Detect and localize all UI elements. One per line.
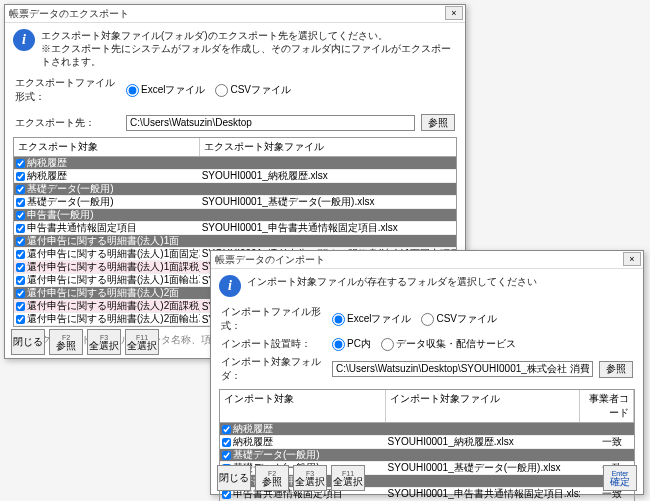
window-title: 帳票データのインポート: [215, 253, 325, 267]
row-checkbox[interactable]: [16, 250, 25, 259]
radio-excel[interactable]: Excelファイル: [126, 83, 205, 97]
dest-label: エクスポート先：: [15, 116, 120, 130]
info-text: エクスポート対象ファイル(フォルダ)のエクスポート先を選択してください。 ※エク…: [41, 29, 457, 68]
browse-button[interactable]: 参照: [599, 361, 633, 378]
format-label: インポートファイル形式：: [221, 305, 326, 333]
f2-button[interactable]: F2参照: [255, 465, 289, 491]
titlebar[interactable]: 帳票データのインポート ×: [211, 251, 643, 269]
info-text: インポート対象ファイルが存在するフォルダを選択してください: [247, 275, 537, 288]
row-checkbox[interactable]: [16, 159, 25, 168]
dest-input[interactable]: [126, 115, 415, 131]
info-icon: i: [219, 275, 241, 297]
close-button[interactable]: 閉じる: [217, 465, 251, 491]
option-label: インポート設置時：: [221, 337, 326, 351]
row-checkbox[interactable]: [222, 438, 231, 447]
folder-input[interactable]: [332, 361, 593, 377]
row-checkbox[interactable]: [16, 276, 25, 285]
f3-button[interactable]: F3全選択: [293, 465, 327, 491]
radio-pc[interactable]: PC内: [332, 337, 371, 351]
radio-csv[interactable]: CSVファイル: [215, 83, 291, 97]
row-checkbox[interactable]: [16, 289, 25, 298]
row-checkbox[interactable]: [222, 451, 231, 460]
row-checkbox[interactable]: [222, 425, 231, 434]
info-icon: i: [13, 29, 35, 51]
th-file: インポート対象ファイル: [386, 390, 581, 422]
row-checkbox[interactable]: [16, 302, 25, 311]
radio-cloud[interactable]: データ収集・配信サービス: [381, 337, 516, 351]
f3-button[interactable]: F3全選択: [87, 329, 121, 355]
row-checkbox[interactable]: [16, 198, 25, 207]
format-label: エクスポートファイル形式：: [15, 76, 120, 104]
radio-excel[interactable]: Excelファイル: [332, 312, 411, 326]
th-target: エクスポート対象: [14, 138, 200, 156]
row-checkbox[interactable]: [16, 237, 25, 246]
row-checkbox[interactable]: [16, 211, 25, 220]
f2-button[interactable]: F2参照: [49, 329, 83, 355]
import-window: 帳票データのインポート × i インポート対象ファイルが存在するフォルダを選択し…: [210, 250, 644, 495]
f11-button[interactable]: F11全選択: [331, 465, 365, 491]
row-checkbox[interactable]: [16, 224, 25, 233]
row-checkbox[interactable]: [16, 263, 25, 272]
th-target: インポート対象: [220, 390, 386, 422]
row-checkbox[interactable]: [16, 315, 25, 324]
radio-csv[interactable]: CSVファイル: [421, 312, 497, 326]
row-checkbox[interactable]: [16, 185, 25, 194]
close-icon[interactable]: ×: [623, 252, 641, 266]
row-checkbox[interactable]: [16, 172, 25, 181]
enter-button[interactable]: Enter確定: [603, 465, 637, 491]
window-title: 帳票データのエクスポート: [9, 7, 129, 21]
browse-button[interactable]: 参照: [421, 114, 455, 131]
th-file: エクスポート対象ファイル: [200, 138, 456, 156]
f11-button[interactable]: F11全選択: [125, 329, 159, 355]
close-button[interactable]: 閉じる: [11, 329, 45, 355]
close-icon[interactable]: ×: [445, 6, 463, 20]
th-code: 事業者コード: [580, 390, 634, 422]
titlebar[interactable]: 帳票データのエクスポート ×: [5, 5, 465, 23]
folder-label: インポート対象フォルダ：: [221, 355, 326, 383]
